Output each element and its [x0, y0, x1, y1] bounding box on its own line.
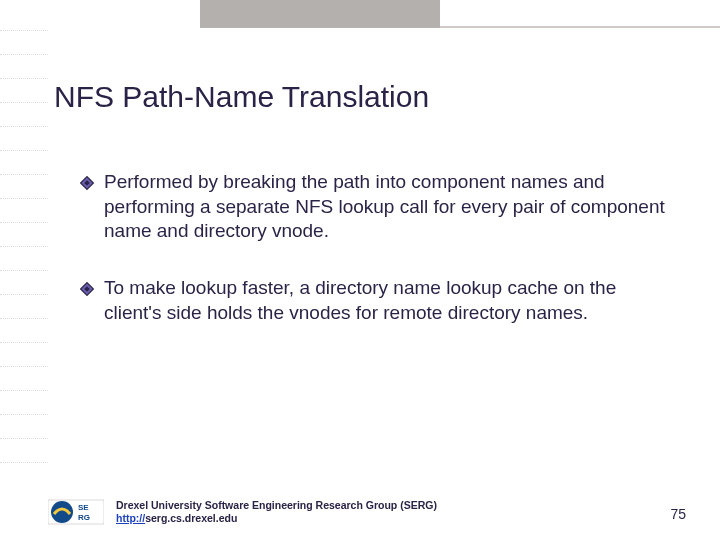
bullet-text: Performed by breaking the path into comp…: [104, 170, 670, 244]
footer-link[interactable]: http://: [116, 512, 145, 524]
diamond-bullet-icon: [80, 176, 94, 190]
svg-text:RG: RG: [78, 513, 90, 522]
slide-body: Performed by breaking the path into comp…: [80, 170, 670, 357]
left-dotted-rule: [0, 30, 48, 486]
diamond-bullet-icon: [80, 282, 94, 296]
header-decoration: [0, 0, 720, 30]
footer-org: Drexel University Software Engineering R…: [116, 499, 437, 511]
header-thin-line: [440, 26, 720, 28]
bullet-item: To make lookup faster, a directory name …: [80, 276, 670, 325]
slide-number: 75: [670, 506, 686, 522]
bullet-text: To make lookup faster, a directory name …: [104, 276, 670, 325]
header-grey-block: [200, 0, 440, 28]
footer-text: Drexel University Software Engineering R…: [116, 499, 437, 525]
bullet-item: Performed by breaking the path into comp…: [80, 170, 670, 244]
svg-text:SE: SE: [78, 503, 89, 512]
slide-title: NFS Path-Name Translation: [54, 80, 429, 114]
footer: SE RG Drexel University Software Enginee…: [48, 492, 688, 532]
serg-logo: SE RG: [48, 496, 104, 528]
footer-url-rest: serg.cs.drexel.edu: [145, 512, 237, 524]
